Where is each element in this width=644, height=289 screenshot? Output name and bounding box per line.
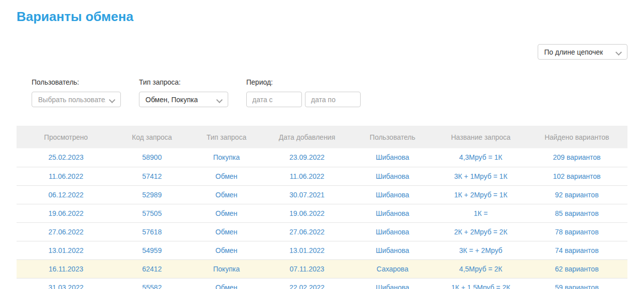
- date-from-input[interactable]: [246, 92, 302, 107]
- cell-code[interactable]: 57412: [115, 167, 189, 185]
- cell-added[interactable]: 27.06.2022: [264, 222, 350, 241]
- table-header: Просмотрено Код запроса Тип запроса Дата…: [17, 126, 627, 148]
- cell-code[interactable]: 57505: [115, 204, 189, 222]
- cell-name[interactable]: 1К + 1.5Мруб = 2К: [435, 278, 526, 289]
- table-row[interactable]: 11.06.2022 57412 Обмен 11.06.2022 Шибано…: [17, 167, 627, 185]
- cell-name[interactable]: 1К =: [435, 204, 526, 222]
- table-row[interactable]: 06.12.2022 52989 Обмен 30.07.2021 Шибано…: [17, 185, 627, 204]
- request-type-filter-group: Тип запроса: Обмен, Покупка: [139, 78, 228, 107]
- sort-dropdown-value: По длине цепочек: [544, 48, 603, 56]
- table-header-row: Просмотрено Код запроса Тип запроса Дата…: [17, 126, 627, 148]
- table-row[interactable]: 27.06.2022 57618 Обмен 27.06.2022 Шибано…: [17, 222, 627, 241]
- cell-code[interactable]: 62412: [115, 259, 189, 278]
- cell-name[interactable]: 3К = + 2Мруб: [435, 241, 526, 259]
- chevron-down-icon: [109, 97, 114, 102]
- cell-viewed[interactable]: 25.02.2023: [17, 148, 115, 167]
- cell-viewed[interactable]: 06.12.2022: [17, 185, 115, 204]
- exchange-options-page: Варианты обмена По длине цепочек Пользов…: [0, 9, 644, 289]
- cell-code[interactable]: 57618: [115, 222, 189, 241]
- column-header-found: Найдено вариантов: [526, 126, 627, 148]
- cell-added[interactable]: 19.06.2022: [264, 204, 350, 222]
- cell-type[interactable]: Обмен: [189, 222, 264, 241]
- cell-added[interactable]: 13.01.2022: [264, 241, 350, 259]
- chevron-down-icon: [616, 50, 621, 55]
- cell-viewed[interactable]: 19.06.2022: [17, 204, 115, 222]
- date-to-input[interactable]: [305, 92, 361, 107]
- cell-type[interactable]: Обмен: [189, 204, 264, 222]
- cell-user[interactable]: Шибанова: [350, 167, 435, 185]
- table-row[interactable]: 31.03.2022 55582 Обмен 22.02.2022 Шибано…: [17, 278, 627, 289]
- cell-viewed[interactable]: 16.11.2023: [17, 259, 115, 278]
- cell-code[interactable]: 54959: [115, 241, 189, 259]
- cell-user[interactable]: Шибанова: [350, 278, 435, 289]
- period-filter-label: Период:: [246, 78, 361, 86]
- cell-user[interactable]: Шибанова: [350, 222, 435, 241]
- cell-found[interactable]: 85 вариантов: [526, 204, 627, 222]
- cell-found[interactable]: 62 вариантов: [526, 259, 627, 278]
- cell-viewed[interactable]: 31.03.2022: [17, 278, 115, 289]
- filters-row: Пользователь: Выбрать пользовател Тип за…: [32, 78, 644, 107]
- cell-user[interactable]: Шибанова: [350, 241, 435, 259]
- cell-code[interactable]: 55582: [115, 278, 189, 289]
- cell-name[interactable]: 4,3Мруб = 1К: [435, 148, 526, 167]
- user-filter-value: Выбрать пользовател: [38, 96, 105, 104]
- column-header-added: Дата добавления: [264, 126, 350, 148]
- column-header-user: Пользователь: [350, 126, 435, 148]
- cell-viewed[interactable]: 13.01.2022: [17, 241, 115, 259]
- table-row[interactable]: 13.01.2022 54959 Обмен 13.01.2022 Шибано…: [17, 241, 627, 259]
- cell-user[interactable]: Шибанова: [350, 148, 435, 167]
- column-header-name: Название запроса: [435, 126, 526, 148]
- cell-name[interactable]: 4,5Мруб = 2К: [435, 259, 526, 278]
- cell-type[interactable]: Обмен: [189, 278, 264, 289]
- cell-name[interactable]: 2К + 2Мруб = 2К: [435, 222, 526, 241]
- cell-type[interactable]: Обмен: [189, 185, 264, 204]
- cell-name[interactable]: 3К + 1Мруб = 1К: [435, 167, 526, 185]
- cell-added[interactable]: 30.07.2021: [264, 185, 350, 204]
- sort-bar: По длине цепочек: [0, 44, 644, 60]
- table-row[interactable]: 19.06.2022 57505 Обмен 19.06.2022 Шибано…: [17, 204, 627, 222]
- cell-code[interactable]: 52989: [115, 185, 189, 204]
- cell-viewed[interactable]: 11.06.2022: [17, 167, 115, 185]
- cell-code[interactable]: 58900: [115, 148, 189, 167]
- request-type-filter-select[interactable]: Обмен, Покупка: [139, 92, 228, 107]
- cell-user[interactable]: Сахарова: [350, 259, 435, 278]
- page-title: Варианты обмена: [17, 9, 644, 24]
- cell-found[interactable]: 59 вариантов: [526, 278, 627, 289]
- requests-table: Просмотрено Код запроса Тип запроса Дата…: [17, 126, 627, 289]
- cell-type[interactable]: Обмен: [189, 167, 264, 185]
- period-filter-group: Период:: [246, 78, 361, 107]
- cell-type[interactable]: Обмен: [189, 241, 264, 259]
- cell-added[interactable]: 11.06.2022: [264, 167, 350, 185]
- cell-found[interactable]: 74 вариантов: [526, 241, 627, 259]
- column-header-code: Код запроса: [115, 126, 189, 148]
- cell-user[interactable]: Шибанова: [350, 185, 435, 204]
- cell-type[interactable]: Покупка: [189, 259, 264, 278]
- period-date-inputs: [246, 92, 361, 107]
- table-row[interactable]: 16.11.2023 62412 Покупка 07.11.2023 Саха…: [17, 259, 627, 278]
- user-filter-select[interactable]: Выбрать пользовател: [32, 92, 121, 107]
- user-filter-group: Пользователь: Выбрать пользовател: [32, 78, 121, 107]
- cell-added[interactable]: 23.09.2022: [264, 148, 350, 167]
- column-header-type: Тип запроса: [189, 126, 264, 148]
- chevron-down-icon: [217, 97, 222, 102]
- user-filter-label: Пользователь:: [32, 78, 121, 86]
- cell-found[interactable]: 209 вариантов: [526, 148, 627, 167]
- cell-added[interactable]: 22.02.2022: [264, 278, 350, 289]
- column-header-viewed: Просмотрено: [17, 126, 115, 148]
- cell-name[interactable]: 1К + 2Мруб = 1К: [435, 185, 526, 204]
- cell-found[interactable]: 92 вариантов: [526, 185, 627, 204]
- cell-found[interactable]: 78 вариантов: [526, 222, 627, 241]
- table-body: 25.02.2023 58900 Покупка 23.09.2022 Шиба…: [17, 148, 627, 289]
- table-row[interactable]: 25.02.2023 58900 Покупка 23.09.2022 Шиба…: [17, 148, 627, 167]
- cell-added[interactable]: 07.11.2023: [264, 259, 350, 278]
- request-type-filter-value: Обмен, Покупка: [145, 96, 198, 104]
- cell-viewed[interactable]: 27.06.2022: [17, 222, 115, 241]
- cell-type[interactable]: Покупка: [189, 148, 264, 167]
- cell-user[interactable]: Шибанова: [350, 204, 435, 222]
- cell-found[interactable]: 102 вариантов: [526, 167, 627, 185]
- sort-dropdown[interactable]: По длине цепочек: [538, 44, 627, 60]
- request-type-filter-label: Тип запроса:: [139, 78, 228, 86]
